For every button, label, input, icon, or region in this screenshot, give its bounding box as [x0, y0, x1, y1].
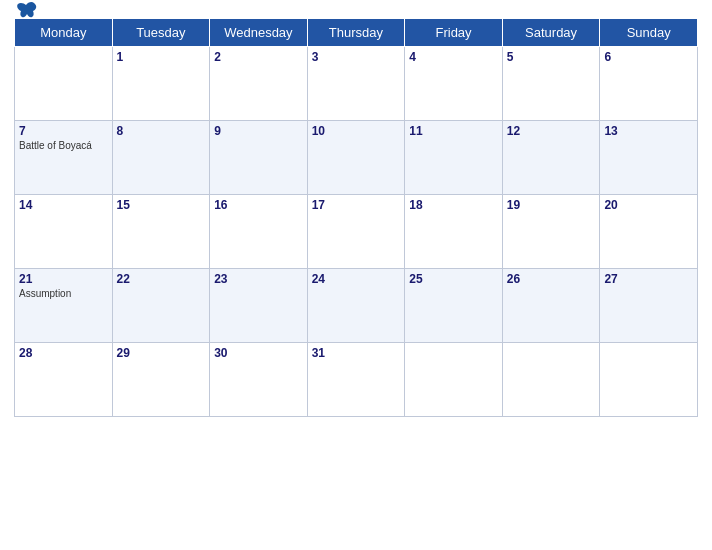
event-label: Battle of Boyacá — [19, 140, 108, 151]
weekday-sunday: Sunday — [600, 19, 698, 47]
day-number: 20 — [604, 198, 693, 212]
calendar-day-cell: 7Battle of Boyacá — [15, 121, 113, 195]
day-number: 14 — [19, 198, 108, 212]
weekday-header-row: Monday Tuesday Wednesday Thursday Friday… — [15, 19, 698, 47]
calendar-day-cell: 26 — [502, 269, 600, 343]
day-number: 28 — [19, 346, 108, 360]
weekday-monday: Monday — [15, 19, 113, 47]
calendar-day-cell: 4 — [405, 47, 503, 121]
weekday-friday: Friday — [405, 19, 503, 47]
calendar-week-row: 21Assumption222324252627 — [15, 269, 698, 343]
calendar-day-cell: 6 — [600, 47, 698, 121]
calendar-day-cell: 27 — [600, 269, 698, 343]
day-number: 30 — [214, 346, 303, 360]
logo-bird-icon — [16, 1, 38, 19]
day-number: 25 — [409, 272, 498, 286]
event-label: Assumption — [19, 288, 108, 299]
day-number: 18 — [409, 198, 498, 212]
calendar-day-cell: 12 — [502, 121, 600, 195]
calendar-container: Monday Tuesday Wednesday Thursday Friday… — [0, 0, 712, 550]
calendar-day-cell: 16 — [210, 195, 308, 269]
day-number: 27 — [604, 272, 693, 286]
calendar-day-cell: 24 — [307, 269, 405, 343]
calendar-day-cell: 21Assumption — [15, 269, 113, 343]
calendar-day-cell: 5 — [502, 47, 600, 121]
day-number: 24 — [312, 272, 401, 286]
day-number: 1 — [117, 50, 206, 64]
calendar-day-cell: 28 — [15, 343, 113, 417]
calendar-day-cell: 3 — [307, 47, 405, 121]
calendar-week-row: 7Battle of Boyacá8910111213 — [15, 121, 698, 195]
weekday-saturday: Saturday — [502, 19, 600, 47]
day-number: 12 — [507, 124, 596, 138]
day-number: 21 — [19, 272, 108, 286]
calendar-day-cell: 23 — [210, 269, 308, 343]
calendar-day-cell: 1 — [112, 47, 210, 121]
day-number: 23 — [214, 272, 303, 286]
calendar-day-cell: 10 — [307, 121, 405, 195]
calendar-day-cell: 22 — [112, 269, 210, 343]
calendar-day-cell: 14 — [15, 195, 113, 269]
day-number: 3 — [312, 50, 401, 64]
calendar-day-cell: 17 — [307, 195, 405, 269]
day-number: 22 — [117, 272, 206, 286]
calendar-table: Monday Tuesday Wednesday Thursday Friday… — [14, 18, 698, 417]
day-number: 26 — [507, 272, 596, 286]
calendar-day-cell: 18 — [405, 195, 503, 269]
day-number: 5 — [507, 50, 596, 64]
day-number: 9 — [214, 124, 303, 138]
calendar-day-cell: 19 — [502, 195, 600, 269]
calendar-day-cell: 25 — [405, 269, 503, 343]
day-number: 15 — [117, 198, 206, 212]
day-number: 13 — [604, 124, 693, 138]
day-number: 11 — [409, 124, 498, 138]
calendar-day-cell: 20 — [600, 195, 698, 269]
day-number: 7 — [19, 124, 108, 138]
calendar-day-cell: 2 — [210, 47, 308, 121]
calendar-day-cell — [405, 343, 503, 417]
logo-area — [14, 1, 38, 19]
calendar-day-cell — [600, 343, 698, 417]
calendar-day-cell: 30 — [210, 343, 308, 417]
day-number: 10 — [312, 124, 401, 138]
day-number: 4 — [409, 50, 498, 64]
calendar-week-row: 123456 — [15, 47, 698, 121]
calendar-day-cell: 8 — [112, 121, 210, 195]
calendar-day-cell — [15, 47, 113, 121]
calendar-day-cell: 13 — [600, 121, 698, 195]
day-number: 6 — [604, 50, 693, 64]
calendar-day-cell — [502, 343, 600, 417]
weekday-wednesday: Wednesday — [210, 19, 308, 47]
day-number: 19 — [507, 198, 596, 212]
weekday-tuesday: Tuesday — [112, 19, 210, 47]
calendar-week-row: 28293031 — [15, 343, 698, 417]
day-number: 2 — [214, 50, 303, 64]
day-number: 16 — [214, 198, 303, 212]
day-number: 29 — [117, 346, 206, 360]
day-number: 17 — [312, 198, 401, 212]
day-number: 8 — [117, 124, 206, 138]
calendar-day-cell: 29 — [112, 343, 210, 417]
calendar-day-cell: 31 — [307, 343, 405, 417]
logo — [14, 1, 38, 19]
calendar-day-cell: 15 — [112, 195, 210, 269]
calendar-week-row: 14151617181920 — [15, 195, 698, 269]
calendar-day-cell: 9 — [210, 121, 308, 195]
weekday-thursday: Thursday — [307, 19, 405, 47]
day-number: 31 — [312, 346, 401, 360]
calendar-day-cell: 11 — [405, 121, 503, 195]
